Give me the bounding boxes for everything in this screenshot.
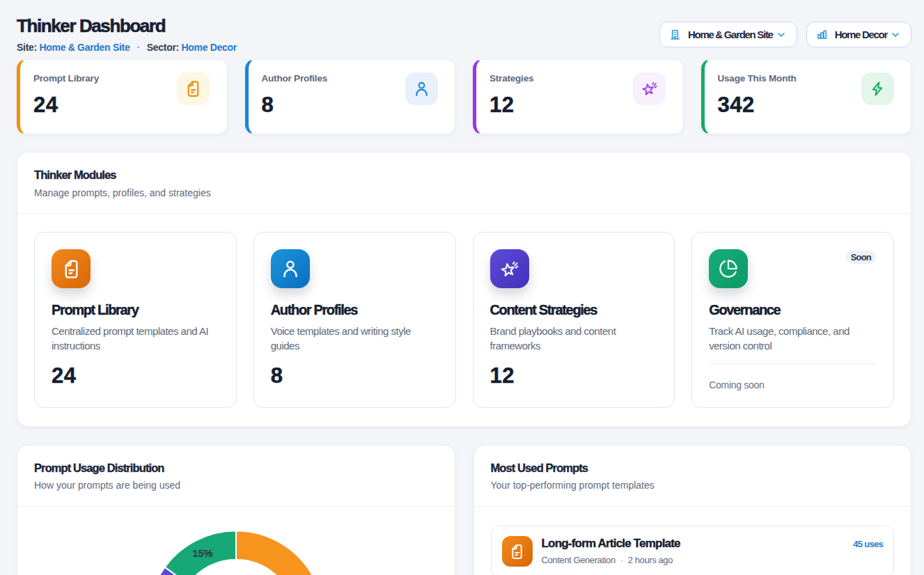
- svg-text:15%: 15%: [192, 548, 212, 559]
